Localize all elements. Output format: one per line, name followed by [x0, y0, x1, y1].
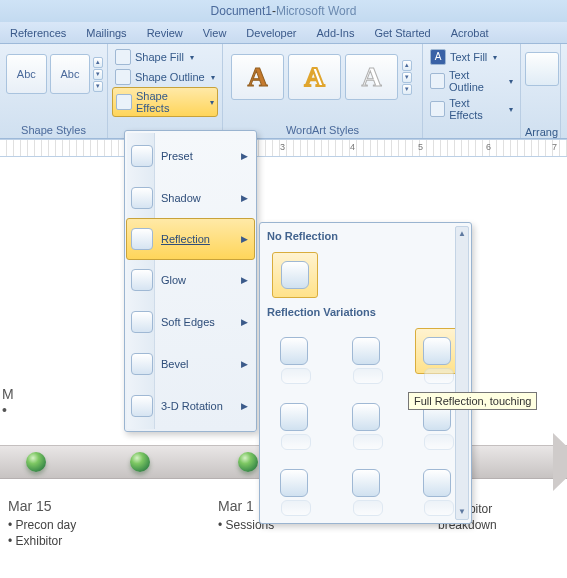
- col-heading: Mar 15: [8, 498, 112, 514]
- thumb-icon: [281, 261, 309, 289]
- group-wordart-styles: A A A ▴▾▾ WordArt Styles: [223, 44, 423, 138]
- reflection-variation-7[interactable]: [272, 460, 316, 506]
- group-arrange: Arrang: [521, 44, 561, 138]
- tab-references[interactable]: References: [0, 27, 76, 39]
- thumb-icon: [280, 469, 308, 497]
- tooltip: Full Reflection, touching: [408, 392, 537, 410]
- timeline-marker-3: [238, 452, 258, 472]
- menu-item-glow[interactable]: Glow▶: [127, 259, 254, 301]
- col-item: Precon day: [8, 517, 112, 533]
- app-name: Microsoft Word: [276, 4, 356, 18]
- reflection-variation-8[interactable]: [344, 460, 388, 506]
- shape-style-preset-2[interactable]: Abc: [50, 54, 91, 94]
- thumb-icon: [352, 469, 380, 497]
- menu-item-softedges[interactable]: Soft Edges▶: [127, 301, 254, 343]
- shape-fill-button[interactable]: Shape Fill▾: [112, 47, 218, 67]
- ruler: 3 4 5 6 7: [0, 139, 567, 157]
- chevron-right-icon: ▶: [241, 317, 248, 327]
- thumb-icon: [423, 469, 451, 497]
- menu-item-3drotation[interactable]: 3-D Rotation▶: [127, 385, 254, 427]
- timeline-marker-1: [26, 452, 46, 472]
- rotation-icon: [131, 395, 153, 417]
- wordart-style-1[interactable]: A: [231, 54, 284, 100]
- gallery-section-variations: Reflection Variations: [264, 302, 467, 324]
- tab-review[interactable]: Review: [137, 27, 193, 39]
- reflection-variation-2[interactable]: [344, 328, 388, 374]
- reflection-variation-1[interactable]: [272, 328, 316, 374]
- wordart-gallery-more[interactable]: ▴▾▾: [402, 54, 412, 100]
- thumb-icon: [352, 403, 380, 431]
- shape-effects-button[interactable]: Shape Effects▾: [112, 87, 218, 117]
- bucket-icon: [115, 49, 131, 65]
- softedges-icon: [131, 311, 153, 333]
- doc-text-fragment: M •: [2, 386, 14, 418]
- timeline-col-1: Mar 15 Precon day Exhibitor: [0, 498, 120, 549]
- thumb-icon: [280, 337, 308, 365]
- chevron-right-icon: ▶: [241, 401, 248, 411]
- reflection-variation-9[interactable]: [415, 460, 459, 506]
- text-outline-button[interactable]: Text Outline▾: [427, 67, 516, 95]
- shape-outline-button[interactable]: Shape Outline▾: [112, 67, 218, 87]
- gallery-scrollbar[interactable]: ▲ ▼: [455, 226, 469, 520]
- document-name: Document1: [211, 4, 272, 18]
- text-fill-button[interactable]: AText Fill▾: [427, 47, 516, 67]
- arrange-label: Arrang: [525, 126, 556, 138]
- group-label-shape-styles: Shape Styles: [4, 124, 103, 138]
- arrow-head-icon: [553, 433, 567, 491]
- menu-item-preset[interactable]: Preset▶: [127, 135, 254, 177]
- bevel-icon: [131, 353, 153, 375]
- effects-icon: [116, 94, 132, 110]
- gallery-section-no-reflection: No Reflection: [264, 226, 467, 248]
- ribbon-tabs: References Mailings Review View Develope…: [0, 22, 567, 44]
- reflection-none[interactable]: [272, 252, 318, 298]
- shape-style-gallery-more[interactable]: ▴▾▾: [93, 54, 103, 94]
- scroll-down-icon[interactable]: ▼: [456, 505, 468, 519]
- preset-icon: [131, 145, 153, 167]
- reflection-variation-5[interactable]: [344, 394, 388, 440]
- tab-addins[interactable]: Add-Ins: [307, 27, 365, 39]
- text-effects-icon: [430, 101, 445, 117]
- tab-getstarted[interactable]: Get Started: [364, 27, 440, 39]
- menu-item-bevel[interactable]: Bevel▶: [127, 343, 254, 385]
- thumb-icon: [280, 403, 308, 431]
- text-effects-button[interactable]: Text Effects▾: [427, 95, 516, 123]
- wordart-style-2[interactable]: A: [288, 54, 341, 100]
- shape-style-preset-1[interactable]: Abc: [6, 54, 47, 94]
- timeline-marker-2: [130, 452, 150, 472]
- text-fill-icon: A: [430, 49, 446, 65]
- text-outline-icon: [430, 73, 445, 89]
- chevron-right-icon: ▶: [241, 359, 248, 369]
- shadow-icon: [131, 187, 153, 209]
- tab-developer[interactable]: Developer: [236, 27, 306, 39]
- tab-view[interactable]: View: [193, 27, 237, 39]
- reflection-variation-3[interactable]: [415, 328, 459, 374]
- chevron-right-icon: ▶: [241, 275, 248, 285]
- scroll-up-icon[interactable]: ▲: [456, 227, 468, 241]
- reflection-icon: [131, 228, 153, 250]
- shape-commands: Shape Fill▾ Shape Outline▾ Shape Effects…: [108, 44, 223, 138]
- chevron-right-icon: ▶: [241, 151, 248, 161]
- col-item: Exhibitor: [8, 533, 112, 549]
- glow-icon: [131, 269, 153, 291]
- wordart-commands: AText Fill▾ Text Outline▾ Text Effects▾: [423, 44, 521, 138]
- thumb-icon: [352, 337, 380, 365]
- tab-mailings[interactable]: Mailings: [76, 27, 136, 39]
- menu-item-reflection[interactable]: Reflection▶: [126, 218, 255, 260]
- menu-item-shadow[interactable]: Shadow▶: [127, 177, 254, 219]
- reflection-gallery: No Reflection Reflection Variations ▲ ▼: [259, 222, 472, 524]
- wordart-style-3[interactable]: A: [345, 54, 398, 100]
- chevron-right-icon: ▶: [241, 234, 248, 244]
- thumb-icon: [423, 337, 451, 365]
- pen-icon: [115, 69, 131, 85]
- tab-acrobat[interactable]: Acrobat: [441, 27, 499, 39]
- chevron-right-icon: ▶: [241, 193, 248, 203]
- group-shape-styles: Abc Abc ▴▾▾ Shape Styles: [0, 44, 108, 138]
- ribbon: Abc Abc ▴▾▾ Shape Styles Shape Fill▾ Sha…: [0, 44, 567, 139]
- arrange-button[interactable]: [525, 52, 559, 86]
- title-bar: Document1 - Microsoft Word: [0, 0, 567, 22]
- shape-effects-menu: Preset▶ Shadow▶ Reflection▶ Glow▶ Soft E…: [124, 130, 257, 432]
- reflection-variation-4[interactable]: [272, 394, 316, 440]
